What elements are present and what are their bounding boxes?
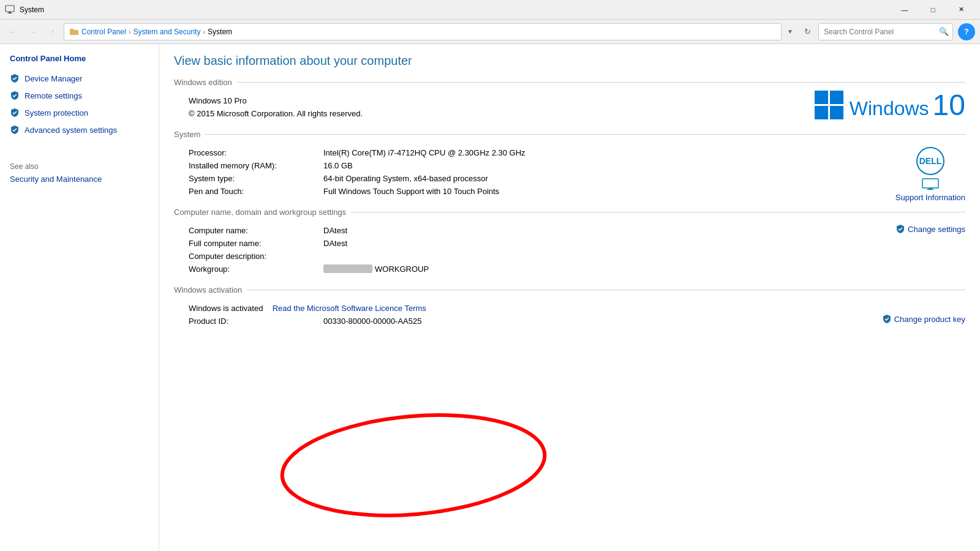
activation-rows: Windows is activated Read the Microsoft … (174, 302, 965, 328)
change-product-key-icon (882, 314, 892, 324)
window-controls: — □ ✕ (891, 0, 975, 20)
change-settings-icon (895, 224, 905, 234)
computer-name-label: Computer name: (189, 226, 323, 235)
product-id-value: 00330-80000-00000-AA525 (323, 317, 421, 326)
up-button[interactable]: ↑ (44, 23, 61, 40)
svg-rect-1 (9, 12, 11, 13)
sidebar: Control Panel Home Device Manager Remote… (0, 44, 159, 551)
edition-value: Windows 10 Pro (189, 96, 247, 105)
breadcrumb-system: System (208, 28, 232, 36)
windows-10-text: Windows 10 (850, 88, 965, 122)
folder-icon (69, 27, 79, 37)
svg-rect-2 (7, 13, 12, 13)
activation-header: Windows activation (174, 285, 965, 294)
system-rows: Processor: Intel(R) Core(TM) i7-4712HQ C… (174, 146, 965, 198)
red-circle-annotation (273, 410, 554, 517)
security-maintenance-link[interactable]: Security and Maintenance (10, 174, 149, 184)
maximize-button[interactable]: □ (919, 0, 947, 20)
windows-edition-section: Windows edition Windows 10 Pro © 2015 Mi… (174, 78, 965, 120)
dell-logo: DELL (916, 146, 945, 176)
sidebar-nav: Device Manager Remote settings System pr… (0, 70, 159, 138)
windows-edition-line (237, 82, 965, 83)
svg-rect-7 (927, 189, 934, 190)
sidebar-item-remote-settings[interactable]: Remote settings (0, 88, 159, 103)
address-bar: ← → ↑ Control Panel › System and Securit… (0, 20, 980, 44)
system-section-line (205, 134, 965, 135)
windows-logo-area: Windows 10 (815, 88, 965, 122)
processor-row: Processor: Intel(R) Core(TM) i7-4712HQ C… (174, 146, 965, 159)
sidebar-item-system-protection[interactable]: System protection (0, 105, 159, 121)
system-section-title: System (174, 130, 200, 139)
svg-rect-6 (929, 188, 932, 189)
full-computer-name-row: Full computer name: DAtest (174, 237, 965, 250)
windows-logo-grid (815, 91, 843, 119)
change-settings-link[interactable]: Change settings (908, 225, 965, 234)
search-input[interactable] (819, 28, 935, 36)
sidebar-home-link[interactable]: Control Panel Home (0, 54, 159, 70)
breadcrumb-sep-2: › (203, 28, 205, 36)
breadcrumb-system-security[interactable]: System and Security (133, 28, 200, 36)
breadcrumb-control-panel[interactable]: Control Panel (81, 28, 126, 36)
sidebar-item-device-manager[interactable]: Device Manager (0, 70, 159, 86)
computer-desc-row: Computer description: (174, 250, 965, 263)
system-type-row: System type: 64-bit Operating System, x6… (174, 172, 965, 185)
search-button[interactable]: 🔍 (935, 23, 952, 40)
workgroup-value: WORKGROUP (375, 264, 429, 274)
breadcrumb-dropdown-button[interactable]: ▼ (784, 23, 796, 40)
advanced-settings-label: Advanced system settings (24, 126, 117, 135)
system-protection-label: System protection (24, 108, 88, 118)
forward-button[interactable]: → (24, 23, 42, 40)
ram-label: Installed memory (RAM): (189, 161, 323, 170)
title-bar: System — □ ✕ (0, 0, 980, 20)
pen-touch-row: Pen and Touch: Full Windows Touch Suppor… (174, 185, 965, 198)
sidebar-item-advanced-settings[interactable]: Advanced system settings (0, 122, 159, 138)
main-layout: Control Panel Home Device Manager Remote… (0, 44, 980, 551)
computer-name-header: Computer name, domain and workgroup sett… (174, 208, 965, 217)
edition-content: Windows 10 Pro © 2015 Microsoft Corporat… (174, 94, 965, 120)
computer-name-section: Computer name, domain and workgroup sett… (174, 208, 965, 276)
windows-edition-header: Windows edition (174, 78, 965, 87)
logo-br (830, 106, 843, 119)
windows-activation-section: Windows activation Windows is activated … (174, 285, 965, 328)
activation-status: Windows is activated (189, 304, 263, 313)
processor-label: Processor: (189, 148, 323, 157)
window-title: System (20, 6, 44, 14)
system-section-header: System (174, 130, 965, 139)
system-type-label: System type: (189, 174, 323, 183)
full-computer-name-value: DAtest (323, 239, 347, 248)
breadcrumb-sep-1: › (129, 28, 131, 36)
page-title: View basic information about your comput… (174, 54, 965, 68)
dell-area: DELL Support Information (895, 146, 965, 202)
search-box: 🔍 (818, 23, 953, 40)
ram-value: 16.0 GB (323, 161, 353, 170)
change-product-key-area: Change product key (882, 314, 965, 324)
workgroup-row: Workgroup: WORKGROUP (174, 263, 965, 276)
logo-tl (815, 91, 828, 104)
copyright-value: © 2015 Microsoft Corporation. All rights… (189, 109, 363, 118)
change-settings-area: Change settings (895, 224, 965, 234)
logo-tr (830, 91, 843, 104)
processor-value: Intel(R) Core(TM) i7-4712HQ CPU @ 2.30GH… (323, 148, 526, 157)
ram-row: Installed memory (RAM): 16.0 GB (174, 159, 965, 172)
refresh-button[interactable]: ↻ (799, 23, 816, 40)
back-button[interactable]: ← (5, 23, 22, 40)
minimize-button[interactable]: — (891, 0, 919, 20)
change-product-key-link[interactable]: Change product key (894, 315, 965, 324)
device-manager-label: Device Manager (24, 74, 83, 83)
system-type-value: 64-bit Operating System, x64-based proce… (323, 174, 488, 183)
content-area: View basic information about your comput… (159, 44, 980, 551)
support-information-link[interactable]: Support Information (895, 193, 965, 202)
help-button[interactable]: ? (958, 23, 975, 40)
licence-terms-link[interactable]: Read the Microsoft Software Licence Term… (273, 304, 426, 313)
product-id-row: Product ID: 00330-80000-00000-AA525 (174, 315, 965, 328)
workgroup-label: Workgroup: (189, 264, 323, 274)
close-button[interactable]: ✕ (947, 0, 975, 20)
svg-point-8 (278, 405, 549, 526)
computer-name-rows: Computer name: DAtest Full computer name… (174, 224, 965, 276)
logo-bl (815, 106, 828, 119)
computer-name-line (351, 212, 965, 212)
computer-desc-label: Computer description: (189, 252, 323, 261)
activation-status-row: Windows is activated Read the Microsoft … (174, 302, 965, 315)
workgroup-blur (323, 264, 372, 273)
computer-name-row: Computer name: DAtest (174, 224, 965, 237)
